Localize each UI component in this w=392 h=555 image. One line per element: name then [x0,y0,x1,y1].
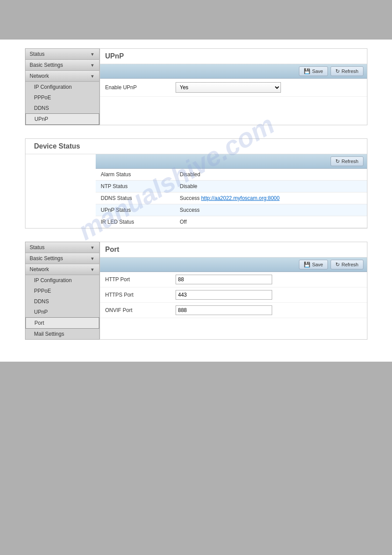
sidebar-btn-network-1[interactable]: Network ▼ [25,71,99,82]
port-save-label: Save [312,262,323,267]
device-status-table: Alarm Status Disabled NTP Status Disable… [96,169,367,228]
sidebar-btn-status-3[interactable]: Status ▼ [25,242,99,253]
upnp-save-label: Save [312,69,323,74]
upnp-toolbar: 💾 Save ↻ Refresh [100,64,367,79]
device-status-title: Device Status [25,139,367,154]
sidebar-basic-label-3: Basic Settings [30,255,63,261]
device-status-toolbar: ↻ Refresh [96,154,367,169]
sidebar-btn-basic-3[interactable]: Basic Settings ▼ [25,253,99,264]
device-status-inner: ↻ Refresh Alarm Status Disabled NTP Stat… [25,154,367,228]
upnp-status-value: Success [175,204,367,216]
sidebar-item-pppoe-1[interactable]: PPPoE [25,92,99,103]
sidebar-network-arrow-3: ▼ [90,267,95,272]
upnp-refresh-label: Refresh [342,69,359,74]
upnp-save-btn[interactable]: 💾 Save [299,66,328,76]
sidebar-status-label-1: Status [30,51,45,57]
top-bar [0,9,392,40]
sidebar-btn-basic-1[interactable]: Basic Settings ▼ [25,60,99,71]
device-status-refresh-btn[interactable]: ↻ Refresh [331,156,363,166]
upnp-section: Status ▼ Basic Settings ▼ Network ▼ IP C… [25,48,367,125]
http-port-input[interactable] [176,275,272,284]
sidebar-btn-status-1[interactable]: Status ▼ [25,49,99,60]
table-row: UPnP Status Success [96,204,367,216]
sidebar-basic-arrow-1: ▼ [90,63,95,68]
device-status-refresh-label: Refresh [342,159,359,164]
port-toolbar: 💾 Save ↻ Refresh [100,258,367,272]
sidebar-item-mail-3[interactable]: Mail Settings [25,329,99,339]
sidebar-network-label-1: Network [30,73,49,79]
sidebar-3: Status ▼ Basic Settings ▼ Network ▼ IP C… [25,242,100,340]
alarm-status-label: Alarm Status [96,169,175,181]
sidebar-item-ddns-3[interactable]: DDNS [25,296,99,307]
sidebar-btn-network-3[interactable]: Network ▼ [25,264,99,275]
table-row: Alarm Status Disabled [96,169,367,181]
upnp-status-label: UPnP Status [96,204,175,216]
sidebar-item-ip-config-3[interactable]: IP Configuration [25,275,99,286]
onvif-port-row: ONVIF Port [100,303,367,318]
ir-led-label: IR LED Status [96,216,175,228]
sidebar-item-ip-config-1[interactable]: IP Configuration [25,82,99,92]
https-port-input[interactable] [176,290,272,300]
bottom-bar [0,362,392,392]
upnp-refresh-btn[interactable]: ↻ Refresh [331,66,363,76]
upnp-main: UPnP 💾 Save ↻ Refresh Enable UPnP [100,48,367,125]
sidebar-item-port-3[interactable]: Port [25,317,99,329]
upnp-title: UPnP [100,49,367,64]
sidebar-status-arrow-1: ▼ [90,52,95,57]
sidebar-basic-arrow-3: ▼ [90,256,95,261]
sidebar-item-ddns-1[interactable]: DDNS [25,103,99,113]
sidebar-network-label-3: Network [30,266,49,272]
save-icon-port: 💾 [304,261,310,268]
sidebar-item-upnp-1[interactable]: UPnP [25,113,99,125]
sidebar-status-arrow-3: ▼ [90,245,95,250]
onvif-port-input[interactable] [176,305,272,315]
sidebar-network-arrow-1: ▼ [90,74,95,79]
port-refresh-btn[interactable]: ↻ Refresh [331,260,363,269]
https-port-label: HTTPS Port [105,292,176,298]
upnp-enable-label: Enable UPnP [105,84,176,91]
sidebar-item-upnp-3[interactable]: UPnP [25,307,99,317]
sidebar-item-pppoe-3[interactable]: PPPoE [25,286,99,296]
ddns-link[interactable]: http://aa2022.myfoscam.org:8000 [201,195,280,201]
sidebar-status-label-3: Status [30,244,45,250]
ntp-status-value: Disable [175,181,367,192]
http-port-label: HTTP Port [105,276,176,283]
table-row: DDNS Status Success http://aa2022.myfosc… [96,192,367,204]
refresh-icon-1: ↻ [335,68,340,74]
https-port-row: HTTPS Port [100,287,367,303]
upnp-enable-select[interactable]: Yes No [176,82,281,93]
sidebar-1: Status ▼ Basic Settings ▼ Network ▼ IP C… [25,48,100,125]
refresh-icon-2: ↻ [335,158,340,164]
ddns-status-label: DDNS Status [96,192,175,204]
ddns-status-value: Success http://aa2022.myfoscam.org:8000 [175,192,367,204]
port-save-btn[interactable]: 💾 Save [299,260,328,269]
alarm-status-value: Disabled [175,169,367,181]
save-icon: 💾 [304,68,310,74]
http-port-row: HTTP Port [100,272,367,287]
sidebar-basic-label-1: Basic Settings [30,62,63,68]
port-refresh-label: Refresh [342,262,359,267]
refresh-icon-port: ↻ [335,261,340,268]
port-section: Status ▼ Basic Settings ▼ Network ▼ IP C… [25,242,367,340]
upnp-form-row: Enable UPnP Yes No [100,79,367,97]
device-status-section: Device Status ↻ Refresh Alarm Status Dis… [25,138,367,229]
onvif-port-label: ONVIF Port [105,307,176,313]
ir-led-value: Off [175,216,367,228]
table-row: IR LED Status Off [96,216,367,228]
ntp-status-label: NTP Status [96,181,175,192]
port-main: Port 💾 Save ↻ Refresh HTTP Port [100,242,367,340]
table-row: NTP Status Disable [96,181,367,192]
port-title: Port [100,242,367,258]
